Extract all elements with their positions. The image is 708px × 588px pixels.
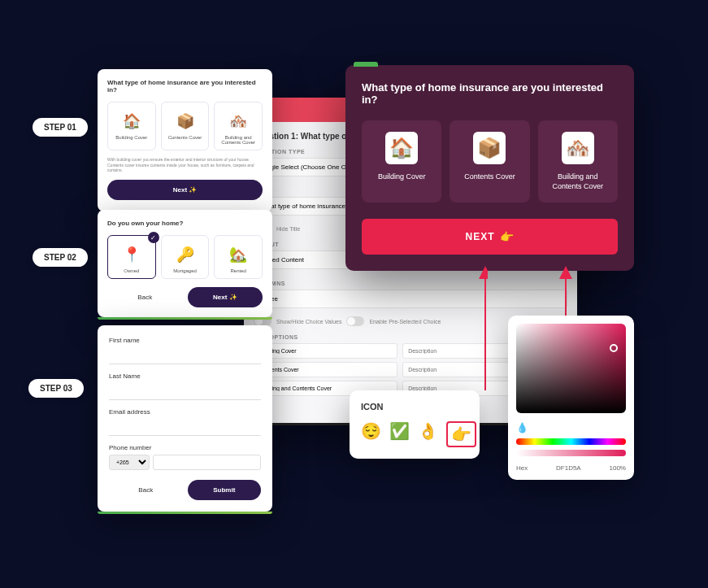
step2-question: Do you own your home? [107, 220, 263, 227]
preview-next-button[interactable]: NEXT👉 [362, 219, 618, 255]
arrow-color-to-button [558, 264, 574, 321]
step1-card: What type of home insurance are you inte… [98, 69, 272, 211]
step1-option-building[interactable]: 🏠Building Cover [107, 102, 156, 150]
preview-question: What type of home insurance are you inte… [362, 81, 618, 106]
icon-choice-point[interactable]: 👉 [446, 421, 476, 447]
step2-option-owned[interactable]: ✓📍Owned [107, 235, 156, 279]
phone-label: Phone number [109, 444, 261, 451]
step2-option-label: Rented [218, 268, 258, 273]
box-icon: 📦 [175, 111, 196, 132]
email-input[interactable] [109, 421, 261, 436]
preview-option-label: Building Cover [368, 172, 435, 182]
preview-option-both[interactable]: 🏘️Building and Contents Cover [538, 120, 618, 203]
gradient-handle[interactable] [610, 344, 618, 352]
step1-option-both[interactable]: 🏘️Building and Contents Cover [214, 102, 263, 150]
step1-option-contents[interactable]: 📦Contents Cover [161, 102, 210, 150]
step1-description: With building cover you ensure the exter… [107, 157, 263, 173]
preview-option-building[interactable]: 🏠Building Cover [362, 120, 441, 203]
icon-picker-title: ICON [361, 402, 468, 412]
step3-back-button[interactable]: Back [109, 480, 183, 500]
accent-bar [98, 512, 272, 514]
step-label-2: STEP 02 [33, 248, 88, 267]
alpha-slider[interactable] [516, 450, 626, 456]
preview-next-label: NEXT [465, 231, 494, 242]
preview-option-label: Contents Cover [456, 172, 523, 182]
color-alpha[interactable]: 100% [610, 464, 626, 472]
step-label-1: STEP 01 [33, 118, 88, 137]
email-label: Email address [109, 408, 261, 416]
color-mode[interactable]: Hex [516, 464, 528, 472]
step1-next-button[interactable]: Next [107, 180, 263, 200]
step3-submit-button[interactable]: Submit [188, 480, 262, 500]
accent-tab [354, 62, 378, 67]
house-icon: 🏠 [121, 111, 142, 132]
house-icon: 🏠 [385, 132, 418, 164]
icon-choice-ok[interactable]: 👌 [418, 421, 438, 447]
step1-option-label: Contents Cover [165, 135, 206, 140]
preselected-toggle[interactable] [346, 316, 364, 326]
color-picker: 💧 Hex DF1D5A 100% [508, 316, 634, 480]
house-rent-icon: 🏡 [228, 244, 249, 265]
color-hex[interactable]: DF1D5A [556, 464, 581, 472]
hue-slider[interactable] [516, 438, 626, 445]
step1-option-label: Building and Contents Cover [218, 135, 258, 145]
firstname-label: First name [109, 337, 261, 344]
house-box-icon: 🏘️ [228, 111, 249, 132]
columns-input[interactable] [254, 290, 567, 308]
step3-card: First name Last Name Email address Phone… [98, 325, 272, 512]
accent-bar [98, 317, 272, 320]
icon-choice-smile[interactable]: 😌 [361, 421, 381, 447]
step1-question: What type of home insurance are you inte… [107, 79, 263, 94]
step2-back-button[interactable]: Back [107, 287, 183, 307]
check-icon: ✓ [148, 232, 159, 243]
preview-option-contents[interactable]: 📦Contents Cover [450, 120, 529, 203]
color-gradient[interactable] [516, 324, 626, 413]
lastname-input[interactable] [109, 385, 261, 400]
arrow-icon-to-button [455, 264, 488, 394]
preview-panel: What type of home insurance are you inte… [345, 65, 634, 271]
list-name[interactable] [254, 362, 397, 377]
phone-code-select[interactable]: +265 [109, 455, 150, 470]
step2-option-rented[interactable]: 🏡Rented [214, 235, 263, 279]
step1-option-label: Building Cover [111, 135, 152, 140]
box-icon: 📦 [473, 132, 506, 164]
icon-picker: ICON 😌 ✅ 👌 👉 [350, 390, 480, 459]
pin-icon: 📍 [121, 244, 142, 265]
pointing-icon: 👉 [500, 230, 515, 243]
eyedropper-icon[interactable]: 💧 [516, 422, 528, 433]
list-name[interactable] [254, 343, 397, 359]
lastname-label: Last Name [109, 372, 261, 380]
step2-next-button[interactable]: Next [188, 287, 263, 307]
phone-input[interactable] [153, 455, 261, 470]
step2-option-label: Owned [111, 268, 152, 273]
icon-choice-check[interactable]: ✅ [389, 421, 410, 447]
preview-option-label: Building and Contents Cover [545, 172, 611, 191]
hide-title-label: Hide Title [276, 226, 300, 232]
step2-option-label: Mortgaged [165, 268, 206, 273]
step2-option-mortgaged[interactable]: 🔑Mortgaged [161, 235, 210, 279]
showhide-label: Show/Hide Choice Values [276, 319, 341, 324]
columns-label: COLUMNS [254, 281, 567, 286]
firstname-input[interactable] [109, 350, 261, 364]
preselected-label: Enable Pre-Selected Choice [369, 319, 441, 324]
key-icon: 🔑 [175, 244, 196, 265]
step-label-3: STEP 03 [28, 379, 84, 398]
house-box-icon: 🏘️ [562, 132, 594, 164]
step2-card: Do you own your home? ✓📍Owned 🔑Mortgaged… [98, 210, 272, 317]
